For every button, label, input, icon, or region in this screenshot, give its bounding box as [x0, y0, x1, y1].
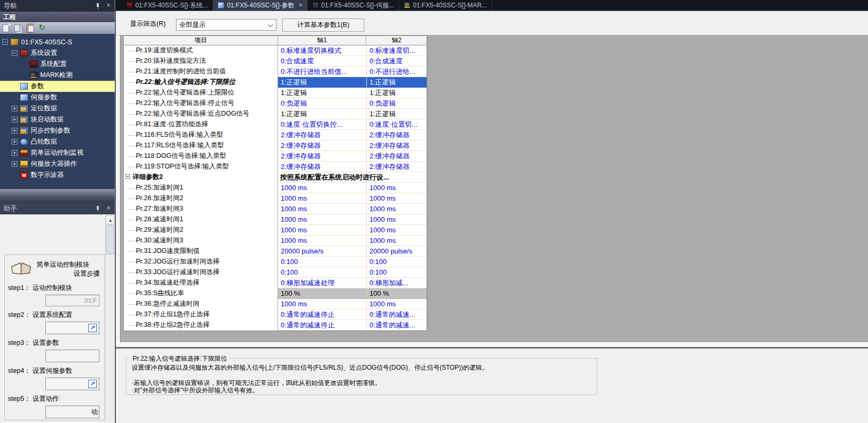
axis1-value-cell[interactable]: 2:缓冲存储器: [278, 151, 366, 162]
axis2-value-cell[interactable]: 0:负逻辑: [366, 98, 427, 109]
axis1-value-cell[interactable]: 1000 ms: [278, 236, 366, 246]
document-tab[interactable]: 01:FX5-40SSC-S[]-MAR...: [399, 0, 492, 11]
axis1-value-cell[interactable]: 0:通常的减速停止: [278, 309, 366, 320]
axis2-value-cell[interactable]: 1:正逻辑: [366, 109, 427, 119]
axis1-value-cell[interactable]: 20000 pulse/s: [278, 246, 366, 257]
scrollbar-thumb[interactable]: [106, 225, 114, 255]
axis2-value-cell[interactable]: 1:正逻辑: [366, 77, 427, 88]
param-name-cell[interactable]: Pr.32:JOG运行加速时间选择: [124, 257, 278, 267]
document-tab[interactable]: 01:FX5-40SSC-S[]-伺服...: [308, 0, 399, 11]
param-name-cell[interactable]: Pr.38:停止组2急停止选择: [124, 320, 278, 331]
document-tab[interactable]: 01:FX5-40SSC-S[]-参数×: [213, 0, 307, 11]
param-name-cell[interactable]: Pr.21:速度控制时的进给当前值: [124, 67, 278, 77]
param-name-cell[interactable]: Pr.35:S曲线比率: [124, 288, 278, 299]
axis2-value-cell[interactable]: 1000 ms: [366, 214, 427, 225]
param-name-cell[interactable]: Pr.19:速度切换模式: [124, 45, 278, 56]
axis2-value-cell[interactable]: 0:不进行进给...: [366, 67, 427, 77]
tree-item[interactable]: +伺服放大器操作: [0, 158, 115, 170]
axis2-value-cell[interactable]: 0:标准速度切...: [366, 45, 427, 56]
param-name-cell[interactable]: Pr.119:STOP信号选择:输入类型: [124, 162, 278, 172]
axis2-value-cell[interactable]: 1000 ms: [366, 225, 427, 236]
axis2-value-cell[interactable]: 2:缓冲存储器: [366, 130, 427, 140]
step-module-field[interactable]: 01:F: [45, 295, 99, 306]
axis2-value-cell[interactable]: 1000 ms: [366, 236, 427, 246]
tree-item[interactable]: +定位数据: [0, 103, 115, 114]
axis2-value-cell[interactable]: 1000 ms: [366, 299, 427, 309]
calc-basic-params-button[interactable]: 计算基本参数1(B): [282, 18, 364, 32]
tab-close-icon[interactable]: ×: [299, 2, 302, 9]
axis1-value-cell[interactable]: 1:正逻辑: [278, 77, 366, 88]
param-name-cell[interactable]: Pr.33:JOG运行减速时间选择: [124, 267, 278, 278]
axis2-value-cell[interactable]: 100 %: [366, 288, 427, 299]
close-icon[interactable]: ×: [104, 2, 113, 10]
axis1-value-cell[interactable]: 0:负逻辑: [278, 98, 366, 109]
panel-splitter[interactable]: [0, 189, 115, 203]
tree-item[interactable]: +块启动数据: [0, 114, 115, 125]
tree-item[interactable]: +同步控制参数: [0, 125, 115, 136]
axis1-value-cell[interactable]: 0:100: [278, 267, 366, 278]
param-name-cell[interactable]: Pr.116:FLS信号选择:输入类型: [124, 130, 278, 140]
tree-item[interactable]: 系统配置: [0, 59, 115, 70]
step-button[interactable]: ↗: [45, 322, 99, 334]
axis1-value-cell[interactable]: 0:标准速度切换模式: [278, 45, 366, 56]
horizontal-splitter[interactable]: [116, 342, 868, 349]
tree-expander-icon[interactable]: +: [12, 117, 17, 123]
axis2-value-cell[interactable]: 20000 pulse/s: [366, 246, 427, 257]
axis1-value-cell[interactable]: 0:不进行进给当前值...: [278, 67, 366, 77]
tree-expander-icon[interactable]: −: [12, 50, 17, 56]
param-name-cell[interactable]: Pr.34:加减速处理选择: [124, 278, 278, 288]
document-tab[interactable]: 01:FX5-40SSC-S[]-系统...: [122, 0, 213, 11]
pin-icon[interactable]: [94, 2, 102, 10]
axis2-value-cell[interactable]: 1000 ms: [366, 193, 427, 204]
param-name-cell[interactable]: Pr.37:停止组1急停止选择: [124, 309, 278, 320]
column-header-axis2[interactable]: 轴2: [366, 36, 427, 45]
tree-expander-icon[interactable]: +: [12, 106, 17, 111]
axis2-value-cell[interactable]: 1000 ms: [366, 183, 427, 193]
axis1-value-cell[interactable]: 100 %: [278, 288, 366, 299]
step-button[interactable]: ↗: [45, 378, 99, 390]
param-name-cell[interactable]: Pr.81:速度·位置功能选择: [124, 119, 278, 130]
column-header-axis1[interactable]: 轴1: [278, 36, 366, 45]
axis2-value-cell[interactable]: 1:正逻辑: [366, 88, 427, 98]
axis1-value-cell[interactable]: 0:100: [278, 257, 366, 267]
axis2-value-cell[interactable]: 0:100: [366, 267, 427, 278]
step-button[interactable]: 动: [45, 406, 99, 418]
axis1-value-cell[interactable]: 0:速度·位置切换控...: [278, 119, 366, 130]
pin-icon[interactable]: [94, 205, 102, 212]
axis1-value-cell[interactable]: 1000 ms: [278, 214, 366, 225]
param-name-cell[interactable]: Pr.29:减速时间2: [124, 225, 278, 236]
tree-item[interactable]: −01:FX5-40SSC-S: [0, 36, 115, 48]
axis1-value-cell[interactable]: 2:缓冲存储器: [278, 140, 366, 151]
helper-scrollbar[interactable]: [105, 215, 114, 422]
tree-expander-icon[interactable]: −: [2, 39, 8, 45]
axis2-value-cell[interactable]: 0:100: [366, 257, 427, 267]
display-filter-select[interactable]: 全部显示: [176, 19, 276, 31]
axis2-value-cell[interactable]: 0:合成速度: [366, 56, 427, 67]
tree-item[interactable]: 数字示波器: [0, 170, 115, 181]
scroll-up-icon[interactable]: [106, 215, 114, 224]
tree-item[interactable]: +简单运动控制监视: [0, 147, 115, 158]
paste-icon[interactable]: [25, 23, 36, 33]
tree-expander-icon[interactable]: +: [12, 128, 17, 134]
axis1-value-cell[interactable]: 0:合成速度: [278, 56, 366, 67]
axis2-value-cell[interactable]: 0:速度·位置切...: [366, 119, 427, 130]
axis2-value-cell[interactable]: 0:梯形加减...: [366, 278, 427, 288]
axis2-value-cell[interactable]: 2:缓冲存储器: [366, 140, 427, 151]
tree-expander-icon[interactable]: +: [12, 150, 17, 156]
param-name-cell[interactable]: Pr.30:减速时间3: [124, 236, 278, 246]
param-name-cell[interactable]: Pr.20:插补速度指定方法: [124, 56, 278, 67]
refresh-icon[interactable]: [38, 23, 48, 33]
axis2-value-cell[interactable]: 2:缓冲存储器: [366, 151, 427, 162]
axis1-value-cell[interactable]: 1:正逻辑: [278, 109, 366, 119]
param-name-cell[interactable]: Pr.28:减速时间1: [124, 214, 278, 225]
group-collapse-icon[interactable]: −: [125, 174, 130, 179]
param-name-cell[interactable]: Pr.27:加速时间3: [124, 204, 278, 214]
axis2-value-cell[interactable]: 0:通常的减速...: [366, 320, 427, 331]
param-name-cell[interactable]: Pr.25:加速时间1: [124, 183, 278, 193]
param-name-cell[interactable]: Pr.118:DOG信号选择:输入类型: [124, 151, 278, 162]
axis1-value-cell[interactable]: 1:正逻辑: [278, 88, 366, 98]
tree-item[interactable]: +凸轮数据: [0, 136, 115, 147]
axis1-value-cell[interactable]: 1000 ms: [278, 193, 366, 204]
param-name-cell[interactable]: Pr.22:输入信号逻辑选择:上限限位: [124, 88, 278, 98]
param-name-cell[interactable]: Pr.117:RLS信号选择:输入类型: [124, 140, 278, 151]
